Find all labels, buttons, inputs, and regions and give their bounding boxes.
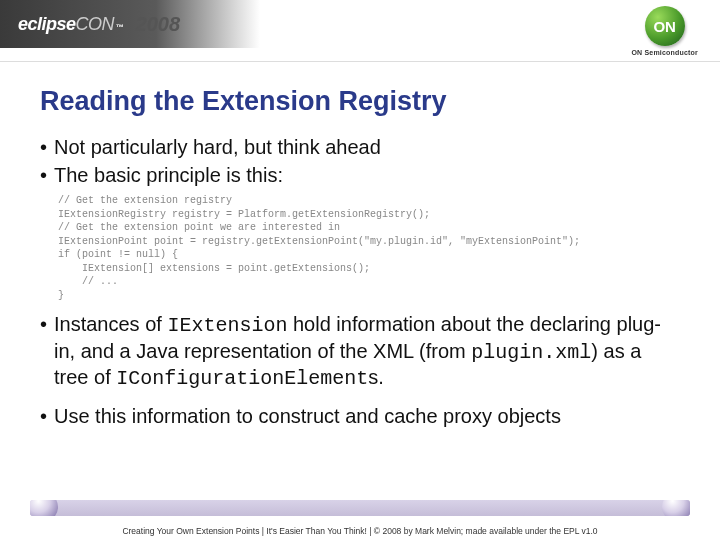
on-semiconductor-logo: ON ON Semiconductor [631,6,698,56]
text-fragment: Instances of [54,313,167,335]
eclipsecon-logo: eclipseCON™ [18,14,124,35]
logo-main: eclipse [18,14,76,35]
conference-year: 2008 [136,13,181,36]
on-sub-label: ON Semiconductor [631,49,698,56]
bullet-dot-icon: • [40,312,54,392]
slide-header: eclipseCON™ 2008 ON ON Semiconductor [0,0,720,62]
bullet-dot-icon: • [40,163,54,189]
bullet-text: Use this information to construct and ca… [54,404,680,430]
bullet-item: • Instances of IExtension hold informati… [40,312,680,392]
slide-title: Reading the Extension Registry [40,86,720,117]
on-ball-label: ON [653,18,676,35]
text-fragment: s. [368,366,384,388]
code-inline: plugin.xml [471,341,591,364]
header-gradient: eclipseCON™ 2008 [0,0,260,48]
code-snippet: // Get the extension registry IExtension… [58,194,680,302]
bullet-item: • Use this information to construct and … [40,404,680,430]
orb-icon [662,500,690,516]
code-inline: IExtension [167,314,287,337]
logo-sub: CON [76,14,115,35]
bullet-dot-icon: • [40,404,54,430]
bullet-item: • Not particularly hard, but think ahead [40,135,680,161]
on-ball-icon: ON [645,6,685,46]
bullet-text: The basic principle is this: [54,163,680,189]
bullet-item: • The basic principle is this: [40,163,680,189]
footer-bar [30,500,690,516]
footer-decoration [0,500,720,522]
logo-tm: ™ [116,23,124,32]
footer-text: Creating Your Own Extension Points | It'… [0,526,720,536]
bullet-text: Instances of IExtension hold information… [54,312,680,392]
orb-icon [30,500,58,516]
bullet-text: Not particularly hard, but think ahead [54,135,680,161]
bullet-dot-icon: • [40,135,54,161]
slide-content: • Not particularly hard, but think ahead… [40,135,680,430]
code-inline: IConfigurationElement [116,367,368,390]
